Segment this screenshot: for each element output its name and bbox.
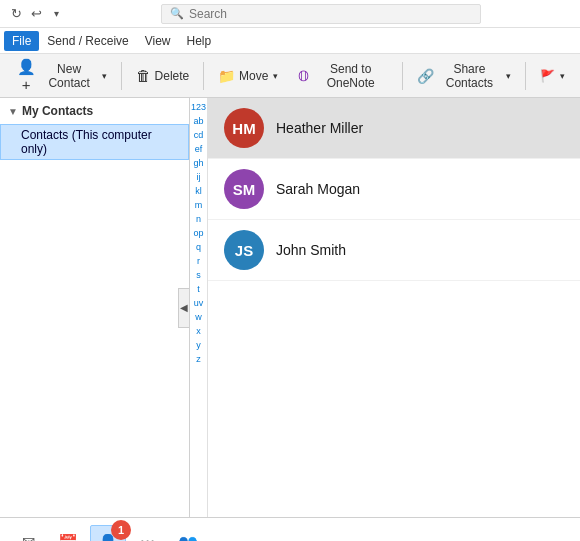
chevron-down-icon: ▼ (8, 106, 18, 117)
alpha-item[interactable]: ef (190, 142, 207, 156)
sidebar-collapse-button[interactable]: ◀ (178, 288, 190, 328)
alpha-bar: 123abcdefghijklmnopqrstuvwxyz (190, 98, 208, 517)
title-bar: ↻ ↩ ▾ 🔍 (0, 0, 580, 28)
mail-nav-button[interactable]: ✉ (10, 525, 46, 542)
alpha-item[interactable]: cd (190, 128, 207, 142)
alpha-item[interactable]: ij (190, 170, 207, 184)
alpha-item[interactable]: gh (190, 156, 207, 170)
alpha-item[interactable]: uv (190, 296, 207, 310)
alpha-item[interactable]: q (190, 240, 207, 254)
avatar: JS (224, 230, 264, 270)
contact-item[interactable]: SMSarah Mogan (208, 159, 580, 220)
share-contacts-button[interactable]: 🔗 Share Contacts ▾ (408, 58, 520, 94)
undo-icon[interactable]: ↩ (28, 6, 44, 22)
contact-name: John Smith (276, 242, 346, 258)
sidebar-item-contacts[interactable]: Contacts (This computer only) (0, 124, 189, 160)
flag-icon: 🚩 (540, 69, 555, 83)
send-onenote-button[interactable]: 𝕆 Send to OneNote (289, 58, 396, 94)
move-icon: 📁 (218, 68, 235, 84)
alpha-item[interactable]: z (190, 352, 207, 366)
badge-1: 1 (111, 520, 131, 540)
extra-contacts-button[interactable]: 👥 (170, 525, 206, 542)
search-bar[interactable]: 🔍 (161, 4, 481, 24)
menu-view[interactable]: View (137, 31, 179, 51)
contact-list: HMHeather MillerSMSarah MoganJSJohn Smit… (208, 98, 580, 517)
flag-button[interactable]: 🚩 ▾ (531, 58, 574, 94)
new-contact-caret-icon: ▾ (102, 71, 107, 81)
alpha-item[interactable]: m (190, 198, 207, 212)
title-bar-controls: ↻ ↩ ▾ (8, 6, 64, 22)
menu-send-receive[interactable]: Send / Receive (39, 31, 136, 51)
alpha-item[interactable]: op (190, 226, 207, 240)
sidebar-group-label: My Contacts (22, 104, 93, 118)
alpha-item[interactable]: s (190, 268, 207, 282)
alpha-item[interactable]: y (190, 338, 207, 352)
separator-4 (525, 62, 526, 90)
flag-caret-icon: ▾ (560, 71, 565, 81)
alpha-item[interactable]: ab (190, 114, 207, 128)
delete-button[interactable]: 🗑 Delete (127, 58, 199, 94)
person-add-icon: 👤+ (15, 58, 37, 93)
menu-file[interactable]: File (4, 31, 39, 51)
calendar-icon: 📅 (58, 533, 78, 541)
menu-dropdown-icon[interactable]: ▾ (48, 6, 64, 22)
menu-bar: File Send / Receive View Help (0, 28, 580, 54)
share-icon: 🔗 (417, 68, 434, 84)
alpha-item[interactable]: w (190, 310, 207, 324)
onenote-icon: 𝕆 (298, 68, 309, 84)
alpha-item[interactable]: x (190, 324, 207, 338)
separator-3 (402, 62, 403, 90)
move-caret-icon: ▾ (273, 71, 278, 81)
alpha-item[interactable]: t (190, 282, 207, 296)
people-icon: 👥 (178, 533, 198, 541)
separator-1 (121, 62, 122, 90)
avatar: SM (224, 169, 264, 209)
contact-name: Heather Miller (276, 120, 363, 136)
alpha-item[interactable]: 123 (190, 100, 207, 114)
search-input[interactable] (189, 7, 472, 21)
search-icon: 🔍 (170, 7, 184, 20)
menu-help[interactable]: Help (179, 31, 220, 51)
calendar-nav-button[interactable]: 📅 (50, 525, 86, 542)
refresh-icon[interactable]: ↻ (8, 6, 24, 22)
ellipsis-icon: ••• (140, 536, 156, 542)
sidebar-group-header[interactable]: ▼ My Contacts (0, 98, 189, 124)
move-button[interactable]: 📁 Move ▾ (209, 58, 287, 94)
sidebar: ▼ My Contacts Contacts (This computer on… (0, 98, 190, 517)
mail-icon: ✉ (22, 533, 35, 541)
alpha-item[interactable]: r (190, 254, 207, 268)
avatar: HM (224, 108, 264, 148)
contact-name: Sarah Mogan (276, 181, 360, 197)
alpha-item[interactable]: kl (190, 184, 207, 198)
share-caret-icon: ▾ (506, 71, 511, 81)
alpha-item[interactable]: n (190, 212, 207, 226)
new-contact-button[interactable]: 👤+ New Contact ▾ (6, 58, 116, 94)
toolbar: 👤+ New Contact ▾ 🗑 Delete 📁 Move ▾ 𝕆 Sen… (0, 54, 580, 98)
bottom-nav: ✉ 📅 👤 1 ••• 👥 (0, 517, 580, 541)
contact-item[interactable]: HMHeather Miller (208, 98, 580, 159)
delete-icon: 🗑 (136, 67, 151, 84)
main-layout: ▼ My Contacts Contacts (This computer on… (0, 98, 580, 517)
more-nav-button[interactable]: ••• (130, 525, 166, 542)
contacts-nav-button[interactable]: 👤 1 (90, 525, 126, 542)
separator-2 (203, 62, 204, 90)
contact-item[interactable]: JSJohn Smith (208, 220, 580, 281)
